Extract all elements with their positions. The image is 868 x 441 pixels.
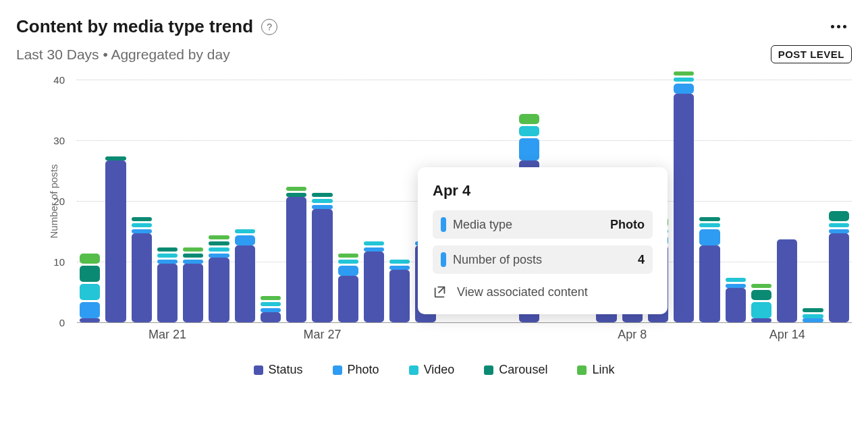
bar-segment-link[interactable] [674,71,694,76]
bar-segment-carousel[interactable] [699,217,720,221]
bar-segment-status[interactable] [699,245,720,322]
bar-segment-link[interactable] [80,254,100,264]
bar-segment-video[interactable] [261,302,281,306]
legend-item-video[interactable]: Video [409,363,455,377]
bar-stack[interactable] [699,215,720,322]
bar-segment-status[interactable] [829,233,849,322]
bar-segment-status[interactable] [364,252,384,322]
bar-segment-status[interactable] [105,160,126,322]
bar-segment-carousel[interactable] [312,193,332,197]
bar-stack[interactable] [803,306,823,322]
bar-segment-status[interactable] [389,270,410,322]
bar-stack[interactable] [751,282,771,322]
bar-segment-link[interactable] [751,284,771,288]
bar-segment-status[interactable] [726,288,746,322]
bar-segment-carousel[interactable] [157,247,178,252]
bar-stack[interactable] [132,215,152,322]
bar-segment-carousel[interactable] [80,266,100,282]
bar-segment-status[interactable] [312,209,332,322]
legend-item-carousel[interactable]: Carousel [484,363,547,377]
tooltip-row-value: 4 [638,253,645,267]
legend-item-photo[interactable]: Photo [333,363,379,377]
bar-segment-video[interactable] [829,223,849,227]
bar-stack[interactable] [338,252,358,322]
chart-title: Content by media type trend [16,16,253,37]
bar-segment-status[interactable] [777,239,797,322]
bar-segment-status[interactable] [132,233,152,322]
bar-stack[interactable] [286,185,306,322]
bar-stack[interactable] [80,252,100,322]
bar-segment-photo[interactable] [699,229,720,245]
bar-segment-status[interactable] [235,245,255,322]
legend-item-status[interactable]: Status [254,363,303,377]
bar-segment-carousel[interactable] [803,308,823,312]
legend-swatch [577,365,587,375]
bar-stack[interactable] [183,245,203,322]
bar-stack[interactable] [261,294,281,322]
bar-stack[interactable] [235,227,255,322]
tooltip-row-count: Number of posts 4 [433,245,653,274]
bar-segment-link[interactable] [261,296,281,300]
bar-segment-status[interactable] [674,94,694,322]
bar-segment-video[interactable] [726,278,746,282]
bar-segment-status[interactable] [286,197,306,322]
bar-segment-status[interactable] [183,264,203,322]
bar-segment-video[interactable] [389,260,410,264]
bar-segment-photo[interactable] [80,302,100,318]
bar-stack[interactable] [829,209,849,322]
bar-segment-video[interactable] [674,78,694,82]
bar-stack[interactable] [364,239,384,322]
bar-segment-video[interactable] [338,260,358,264]
bar-segment-carousel[interactable] [751,290,771,300]
bar-stack[interactable] [777,239,797,322]
x-axis-ticks: Mar 21Mar 27Apr 8Apr 14 [77,328,852,344]
y-tick: 10 [53,256,65,268]
bar-segment-link[interactable] [183,247,203,252]
bar-stack[interactable] [209,233,229,322]
help-icon[interactable]: ? [261,19,277,35]
bar-segment-carousel[interactable] [829,211,849,221]
bar-segment-link[interactable] [519,114,539,124]
bar-segment-video[interactable] [699,223,720,227]
bar-segment-status[interactable] [80,318,100,322]
bar-segment-status[interactable] [751,318,771,322]
bar-segment-video[interactable] [132,223,152,227]
bar-segment-carousel[interactable] [183,254,203,258]
legend-swatch [484,365,493,375]
bar-segment-video[interactable] [312,199,332,203]
bar-segment-photo[interactable] [235,235,255,245]
legend-item-link[interactable]: Link [577,363,614,377]
chart-subtitle: Last 30 Days • Aggregated by day [16,47,230,63]
bar-segment-carousel[interactable] [132,217,152,221]
bar-segment-photo[interactable] [803,318,823,322]
bar-segment-link[interactable] [209,235,229,239]
tooltip-pill-icon [441,252,446,267]
bar-segment-link[interactable] [286,187,306,191]
bar-stack[interactable] [726,276,746,322]
bar-stack[interactable] [389,258,410,322]
more-menu-icon[interactable] [825,20,852,34]
bar-segment-video[interactable] [209,247,229,252]
bar-segment-carousel[interactable] [209,241,229,245]
bar-segment-video[interactable] [80,284,100,300]
bar-stack[interactable] [105,154,126,322]
bar-stack[interactable] [312,191,332,322]
bar-stack[interactable] [157,245,178,322]
view-associated-content-link[interactable]: View associated content [433,285,653,299]
bar-segment-status[interactable] [157,264,178,322]
bar-segment-photo[interactable] [338,266,358,276]
bar-segment-video[interactable] [364,241,384,245]
bar-segment-video[interactable] [235,229,255,233]
bar-stack[interactable] [674,69,694,322]
bar-segment-status[interactable] [261,312,281,322]
bar-segment-photo[interactable] [674,84,694,94]
external-link-icon [433,285,447,299]
title-group: Content by media type trend ? [16,16,277,37]
bar-segment-video[interactable] [519,126,539,136]
bar-segment-link[interactable] [338,254,358,258]
bar-segment-status[interactable] [209,258,229,322]
bar-segment-video[interactable] [751,302,771,318]
bar-segment-photo[interactable] [519,138,539,160]
bar-segment-status[interactable] [338,276,358,322]
bar-segment-video[interactable] [157,254,178,258]
